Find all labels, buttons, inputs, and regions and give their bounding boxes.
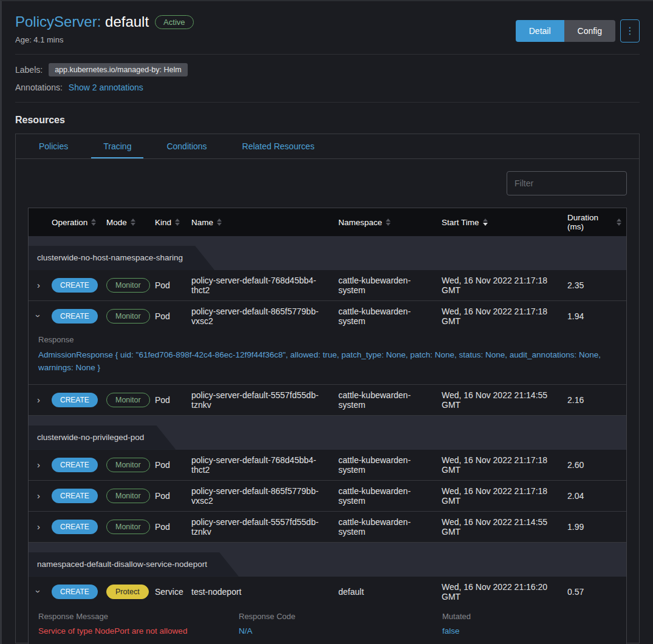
expand-chevron-icon[interactable]: › [37,460,40,469]
kind-cell: Pod [155,522,191,532]
vertical-ellipsis-icon: ⋮ [625,25,635,36]
expand-chevron-icon[interactable]: › [37,395,40,404]
start-time-cell: Wed, 16 Nov 2022 21:14:55 GMT [442,390,567,410]
duration-cell: 2.16 [567,395,626,405]
mode-badge: Monitor [106,458,150,472]
operation-badge: CREATE [52,458,98,472]
name-cell: policy-server-default-768d45bb4-thct2 [191,455,338,475]
kind-cell: Pod [155,460,191,470]
operation-badge: CREATE [52,278,98,293]
name-cell: policy-server-default-865f5779bb-vxsc2 [191,307,338,326]
table-row: › CREATE Monitor Pod policy-server-defau… [29,481,626,512]
operation-badge: CREATE [52,585,98,599]
start-time-cell: Wed, 16 Nov 2022 21:17:18 GMT [442,276,567,295]
response-value: AdmissionResponse { uid: "61fed706-898f-… [38,349,614,375]
table-row: › CREATE Monitor Pod policy-server-defau… [29,450,626,481]
column-header-namespace[interactable]: Namespace [338,218,437,227]
actions-menu-button[interactable]: ⋮ [620,19,640,42]
mode-badge: Monitor [106,309,150,324]
mode-badge: Monitor [106,278,150,293]
response-code-value: N/A [239,626,442,636]
detail-button[interactable]: Detail [516,20,564,42]
table-row-expanded: › CREATE Protect Service test-nodeport d… [29,577,626,644]
tab-conditions[interactable]: Conditions [154,134,219,158]
namespace-cell: cattle-kubewarden-system [338,455,442,475]
response-detail: Response AdmissionResponse { uid: "61fed… [29,331,626,384]
kind-cell: Pod [155,491,191,501]
duration-cell: 2.04 [567,491,626,501]
response-detail: Response Message Service of type NodePor… [29,607,626,644]
duration-cell: 1.99 [567,522,626,532]
sort-icon [386,219,391,226]
group-title: clusterwide-no-host-namespace-sharing [29,246,214,270]
expand-chevron-icon[interactable]: › [37,280,40,290]
start-time-cell: Wed, 16 Nov 2022 21:16:20 GMT [442,582,567,602]
resource-name: default [105,13,149,30]
duration-cell: 1.94 [567,311,626,321]
sort-icon-active [483,219,488,226]
name-cell: test-nodeport [191,587,338,597]
kind-cell: Pod [155,280,191,290]
kind-cell: Service [155,587,191,597]
mode-badge: Monitor [106,393,150,407]
column-header-name[interactable]: Name [191,218,333,227]
table-row: › CREATE Monitor Pod policy-server-defau… [29,270,626,301]
name-cell: policy-server-default-865f5779bb-vxsc2 [191,486,338,506]
namespace-cell: default [338,587,442,597]
duration-cell: 2.60 [567,460,626,470]
tracing-table: Operation Mode Kind Name Namespace Start… [28,208,627,644]
table-row: › CREATE Monitor Pod policy-server-defau… [29,512,626,543]
show-annotations-link[interactable]: Show 2 annotations [69,83,143,92]
resources-title: Resources [15,115,640,126]
namespace-cell: cattle-kubewarden-system [338,307,442,326]
kind-cell: Pod [155,311,191,321]
column-header-start-time[interactable]: Start Time [442,218,562,227]
collapse-chevron-icon[interactable]: › [34,590,43,593]
name-cell: policy-server-default-5557fd55db-tznkv [191,390,338,410]
tab-tracing[interactable]: Tracing [91,134,143,158]
status-badge: Active [155,15,193,29]
sort-icon [131,219,135,226]
sort-icon [175,219,180,226]
table-row-expanded: › CREATE Monitor Pod policy-server-defau… [29,301,626,385]
tab-related-resources[interactable]: Related Resources [230,134,327,158]
mutated-label: Mutated [442,612,614,621]
operation-badge: CREATE [52,489,98,503]
response-code-label: Response Code [239,612,442,621]
response-message-label: Response Message [38,612,239,621]
column-header-operation[interactable]: Operation [52,218,101,227]
table-header: Operation Mode Kind Name Namespace Start… [29,208,626,236]
response-message-value: Service of type NodePort are not allowed [38,626,239,636]
column-header-duration[interactable]: Duration (ms) [567,213,621,231]
group-title: namespaced-default-disallow-service-node… [29,552,239,577]
group-title: clusterwide-no-privileged-pod [29,425,176,450]
sort-icon [617,219,621,226]
masthead: PolicyServer: default Active Age: 4.1 mi… [15,1,640,44]
namespace-cell: cattle-kubewarden-system [338,390,442,410]
filter-input[interactable] [507,171,627,195]
annotations-label: Annotations: [15,83,63,92]
name-cell: policy-server-default-5557fd55db-tznkv [191,517,338,537]
group-header: namespaced-default-disallow-service-node… [29,543,626,577]
namespace-cell: cattle-kubewarden-system [338,486,442,506]
duration-cell: 0.57 [567,587,626,597]
namespace-cell: cattle-kubewarden-system [338,276,442,295]
mode-badge: Monitor [106,489,150,503]
resources-panel: Policies Tracing Conditions Related Reso… [15,134,640,643]
label-chip: app.kubernetes.io/managed-by: Helm [49,63,187,76]
collapse-chevron-icon[interactable]: › [34,314,43,317]
mode-badge: Monitor [106,520,150,534]
column-header-mode[interactable]: Mode [106,218,150,227]
column-header-kind[interactable]: Kind [155,218,186,227]
sort-icon [217,219,222,226]
resource-kind: PolicyServer: [15,13,101,30]
config-button[interactable]: Config [564,20,615,42]
mode-badge: Protect [106,585,149,599]
operation-badge: CREATE [52,520,98,534]
group-header: clusterwide-no-host-namespace-sharing [29,236,626,270]
tabbar: Policies Tracing Conditions Related Reso… [16,134,639,159]
expand-chevron-icon[interactable]: › [37,491,40,500]
expand-chevron-icon[interactable]: › [37,522,40,531]
tab-policies[interactable]: Policies [27,134,80,158]
age-text: Age: 4.1 mins [15,35,194,44]
